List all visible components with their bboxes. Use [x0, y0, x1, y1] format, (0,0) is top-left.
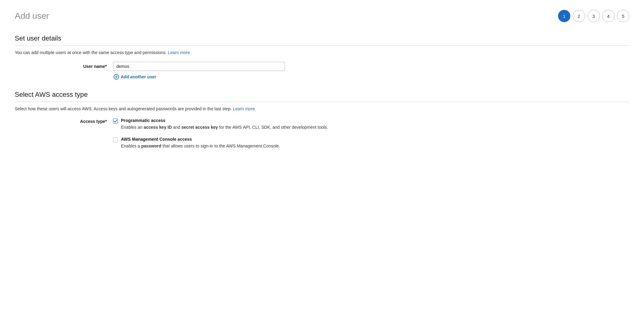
programmatic-access-desc: Enables an access key ID and secret acce… [121, 124, 328, 131]
set-user-details-description: You can add multiple users at once with … [15, 50, 629, 55]
check-icon [114, 120, 117, 123]
select-access-type-title: Select AWS access type [15, 91, 629, 102]
console-checkbox-wrap [113, 137, 118, 143]
programmatic-access-checkbox[interactable] [113, 119, 118, 124]
console-access-checkbox[interactable] [113, 137, 118, 142]
step-3[interactable]: 3 [588, 10, 600, 22]
console-access-desc: Enables a password that allows users to … [121, 143, 280, 149]
console-access-option: AWS Management Console access Enables a … [113, 137, 629, 149]
user-name-row: User name* + Add another user [15, 62, 629, 80]
console-access-text: AWS Management Console access Enables a … [121, 137, 280, 149]
page-header: Add user 1 2 3 4 5 [15, 10, 629, 22]
select-access-type-learn-more-link[interactable]: Learn more [233, 106, 255, 111]
programmatic-checkbox-wrap [113, 119, 118, 124]
user-name-control: + Add another user [113, 62, 285, 80]
step-4[interactable]: 4 [602, 10, 615, 22]
user-name-input[interactable] [113, 62, 285, 71]
console-access-title: AWS Management Console access [121, 137, 280, 142]
programmatic-access-text: Programmatic access Enables an access ke… [121, 118, 328, 131]
programmatic-access-title: Programmatic access [121, 118, 328, 123]
step-2[interactable]: 2 [573, 10, 585, 22]
programmatic-access-option: Programmatic access Enables an access ke… [113, 118, 629, 131]
set-user-details-title: Set user details [15, 34, 629, 46]
add-another-user-link[interactable]: + Add another user [114, 74, 156, 80]
steps-nav: 1 2 3 4 5 [558, 10, 629, 22]
select-access-type-description: Select how these users will access AWS. … [15, 106, 629, 111]
access-type-row: Access type* Programmatic access Enables… [15, 118, 629, 155]
set-user-details-learn-more-link[interactable]: Learn more [168, 50, 190, 55]
add-icon: + [114, 74, 119, 80]
access-type-label: Access type* [15, 118, 113, 124]
step-1[interactable]: 1 [558, 10, 570, 22]
user-name-label: User name* [15, 62, 113, 69]
page-title: Add user [15, 11, 49, 21]
set-user-details-section: Set user details You can add multiple us… [15, 34, 629, 80]
access-type-options: Programmatic access Enables an access ke… [113, 118, 629, 155]
select-access-type-section: Select AWS access type Select how these … [15, 91, 629, 155]
step-5[interactable]: 5 [617, 10, 629, 22]
